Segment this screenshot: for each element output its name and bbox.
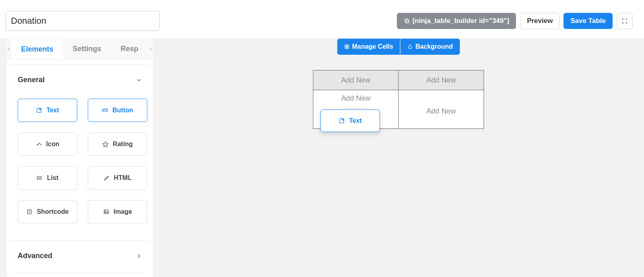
- table-title-input[interactable]: [6, 11, 160, 31]
- preview-button[interactable]: Preview: [520, 13, 559, 29]
- table-header-row: Add New Add New: [313, 70, 484, 90]
- drag-chip-label: Text: [349, 117, 362, 124]
- image-icon: [103, 209, 109, 215]
- section-general[interactable]: General: [6, 65, 153, 88]
- top-bar: [ninja_table_builder id="349"] Preview S…: [0, 0, 644, 39]
- element-icon[interactable]: Icon: [18, 132, 77, 156]
- section-general-label: General: [18, 76, 45, 84]
- element-shortcode[interactable]: Shortcode: [18, 200, 77, 223]
- save-table-button[interactable]: Save Table: [564, 13, 613, 29]
- divider: [14, 272, 145, 273]
- workspace: Elements Settings Resp General Text Butt…: [0, 39, 644, 277]
- text-icon: [339, 118, 345, 124]
- copy-icon: [404, 18, 410, 24]
- svg-rect-18: [347, 45, 349, 46]
- svg-point-10: [37, 178, 37, 178]
- grid-icon: [344, 44, 350, 50]
- element-text-label: Text: [46, 107, 59, 114]
- preview-label: Preview: [527, 17, 553, 25]
- element-list-label: List: [47, 174, 58, 182]
- chevron-right-icon: [136, 253, 142, 259]
- element-rating-label: Rating: [113, 141, 133, 148]
- element-rating[interactable]: Rating: [88, 132, 147, 156]
- svg-point-11: [37, 179, 37, 180]
- cell-add-new-label: Add New: [341, 94, 370, 103]
- element-html[interactable]: HTML: [88, 166, 147, 190]
- element-list[interactable]: List: [18, 166, 77, 190]
- element-image[interactable]: Image: [88, 200, 147, 223]
- background-label: Background: [415, 43, 453, 50]
- chevron-right-icon: [149, 47, 153, 51]
- drag-chip-text[interactable]: Text: [320, 110, 380, 132]
- list-icon: [37, 175, 43, 181]
- section-advanced-label: Advanced: [18, 252, 52, 260]
- chevron-down-icon: [136, 77, 142, 83]
- table-header-cell[interactable]: Add New: [398, 70, 484, 90]
- icon-icon: [36, 141, 42, 147]
- background-button[interactable]: Background: [400, 39, 460, 55]
- tab-elements[interactable]: Elements: [11, 39, 63, 59]
- svg-rect-0: [406, 20, 409, 23]
- fullscreen-button[interactable]: [617, 13, 633, 29]
- svg-rect-19: [345, 47, 347, 49]
- svg-rect-1: [405, 19, 408, 22]
- element-icon-label: Icon: [46, 141, 60, 148]
- sidebar-tabs: Elements Settings Resp: [6, 39, 153, 60]
- tab-settings[interactable]: Settings: [63, 39, 111, 59]
- svg-rect-15: [104, 210, 109, 213]
- element-html-label: HTML: [114, 174, 132, 182]
- canvas-toolbar: Manage Cells Background: [337, 39, 460, 55]
- canvas: Manage Cells Background Add New Add New: [153, 39, 644, 277]
- element-image-label: Image: [114, 208, 132, 215]
- element-shortcode-label: Shortcode: [37, 208, 68, 215]
- section-advanced[interactable]: Advanced: [6, 241, 153, 264]
- pencil-icon: [103, 175, 110, 181]
- sidebar: Elements Settings Resp General Text Butt…: [6, 39, 153, 277]
- shortcode-icon: [26, 209, 33, 215]
- svg-rect-20: [347, 47, 349, 49]
- element-button[interactable]: Button: [88, 99, 147, 122]
- tabs-scroll-left[interactable]: [6, 39, 11, 59]
- cell-add-new-label: Add New: [426, 107, 456, 116]
- element-text[interactable]: Text: [18, 99, 77, 122]
- chevron-left-icon: [7, 47, 11, 51]
- manage-cells-label: Manage Cells: [352, 43, 393, 50]
- droplet-icon: [407, 44, 413, 50]
- save-table-label: Save Table: [570, 17, 606, 25]
- table-header-cell[interactable]: Add New: [313, 70, 398, 90]
- element-button-label: Button: [112, 107, 133, 114]
- button-icon: [102, 107, 108, 114]
- manage-cells-button[interactable]: Manage Cells: [337, 39, 400, 55]
- svg-point-9: [37, 176, 37, 177]
- shortcode-label: [ninja_table_builder id="349"]: [413, 17, 510, 25]
- fullscreen-icon: [621, 18, 628, 24]
- svg-rect-17: [345, 45, 347, 46]
- star-icon: [102, 141, 109, 147]
- text-icon: [36, 107, 42, 114]
- table-cell[interactable]: Add New: [398, 90, 484, 129]
- top-actions: [ninja_table_builder id="349"] Preview S…: [397, 13, 633, 29]
- shortcode-button[interactable]: [ninja_table_builder id="349"]: [397, 13, 516, 29]
- elements-grid: Text Button Icon Rating List HTML: [6, 88, 153, 236]
- svg-marker-5: [103, 142, 108, 147]
- tab-responsive[interactable]: Resp: [111, 39, 148, 59]
- tabs-scroll-right[interactable]: [148, 39, 153, 59]
